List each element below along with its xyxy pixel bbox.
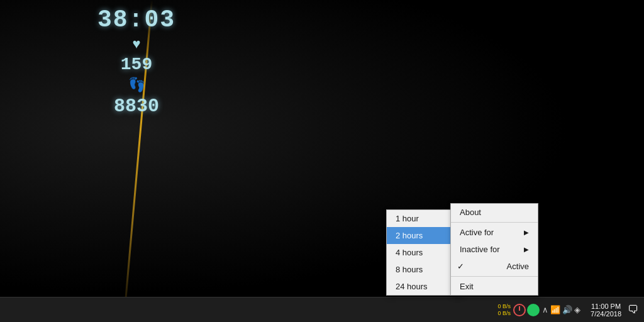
heart-icon: ♥ xyxy=(132,36,140,52)
menu-item-active-for[interactable]: Active for ▶ xyxy=(451,224,538,241)
menu-separator xyxy=(451,222,538,223)
notification-button[interactable]: 🗨 xyxy=(628,303,639,316)
main-context-menu: About Active for ▶ Inactive for ▶ ✓ Acti… xyxy=(450,203,538,296)
menu-separator-2 xyxy=(451,276,538,277)
check-icon: ✓ xyxy=(457,262,464,271)
clock-date: 7/24/2018 xyxy=(591,310,621,318)
desktop-background xyxy=(0,0,644,322)
system-tray: ∧ 📶 🔊 ◈ xyxy=(540,305,583,314)
clock[interactable]: 11:00 PM 7/24/2018 xyxy=(587,303,625,318)
menu-item-active[interactable]: ✓ Active xyxy=(451,258,538,275)
chevron-icon[interactable]: ∧ xyxy=(542,305,548,314)
menu-item-exit[interactable]: Exit xyxy=(451,278,538,295)
dropbox-icon: ◈ xyxy=(574,305,580,314)
menu-item-about[interactable]: About xyxy=(451,204,538,221)
feet-icon: 👣 xyxy=(128,77,145,93)
taskbar: 0 B/s 0 B/s ∧ 📶 🔊 ◈ 11:00 PM 7/24/2018 🗨 xyxy=(0,297,644,322)
tracker-calories: 8830 xyxy=(114,96,159,117)
network-monitor: 0 B/s 0 B/s xyxy=(498,303,511,317)
menu-item-inactive-for[interactable]: Inactive for ▶ xyxy=(451,241,538,258)
speaker-icon[interactable]: 🔊 xyxy=(562,305,572,314)
net-download-speed: 0 B/s xyxy=(498,310,511,317)
net-upload-speed: 0 B/s xyxy=(498,303,511,310)
timer-icon[interactable] xyxy=(513,304,526,316)
green-status-icon[interactable] xyxy=(527,304,540,316)
tracker-display: 38:03 ♥ 159 👣 8830 xyxy=(97,6,175,117)
clock-time: 11:00 PM xyxy=(591,303,621,310)
arrow-icon-active-for: ▶ xyxy=(524,229,529,236)
network-icon: 📶 xyxy=(550,305,560,314)
arrow-icon-inactive-for: ▶ xyxy=(524,246,529,253)
tracker-time: 38:03 xyxy=(97,6,175,33)
tracker-steps: 159 xyxy=(121,55,152,74)
